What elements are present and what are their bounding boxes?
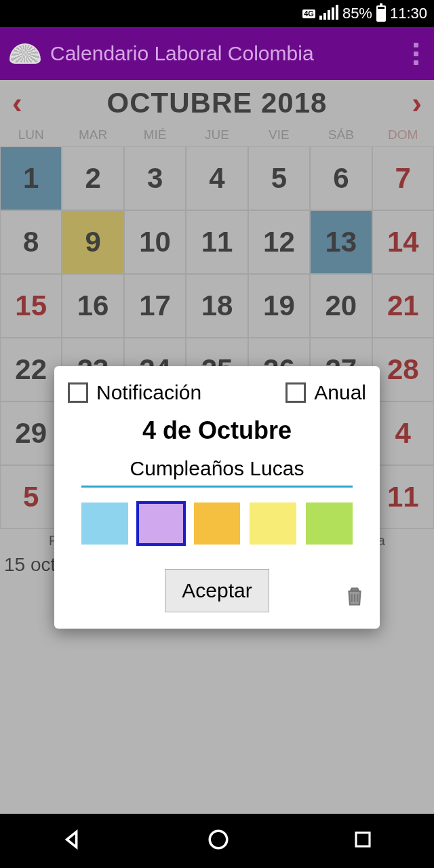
system-nav-bar [0, 814, 434, 868]
notification-checkbox[interactable]: Notificación [68, 381, 201, 404]
annual-checkbox[interactable]: Anual [285, 381, 366, 404]
color-swatch-2[interactable] [138, 502, 184, 545]
delete-icon[interactable] [343, 583, 366, 610]
signal-icon [319, 7, 338, 20]
overflow-menu-icon[interactable] [407, 43, 425, 65]
accept-button[interactable]: Aceptar [165, 569, 269, 612]
clock: 11:30 [390, 5, 427, 22]
svg-point-0 [210, 831, 227, 848]
dialog-date: 4 de Octubre [68, 416, 366, 445]
event-title-input[interactable] [81, 453, 353, 488]
color-swatch-1[interactable] [81, 502, 128, 545]
battery-icon [376, 5, 386, 22]
back-button[interactable] [61, 828, 84, 854]
status-bar: 4G 85% 11:30 [0, 0, 434, 27]
app-logo-icon [9, 43, 41, 64]
app-title: Calendario Laboral Colombia [50, 42, 397, 65]
color-swatch-5[interactable] [306, 502, 353, 545]
main: ‹ OCTUBRE 2018 › LUN MAR MIÉ JUE VIE SÁB… [0, 80, 434, 814]
battery-percent: 85% [342, 5, 372, 22]
network-4g-icon: 4G [302, 9, 315, 18]
checkbox-icon [285, 382, 306, 403]
svg-rect-1 [356, 833, 370, 846]
home-button[interactable] [207, 828, 230, 854]
color-swatch-4[interactable] [250, 502, 296, 545]
color-swatch-3[interactable] [194, 502, 241, 545]
event-dialog: Notificación Anual 4 de Octubre Aceptar [54, 366, 380, 629]
color-swatches [68, 488, 366, 551]
recent-apps-button[interactable] [353, 829, 373, 852]
app-bar: Calendario Laboral Colombia [0, 27, 434, 80]
checkbox-icon [68, 382, 88, 403]
